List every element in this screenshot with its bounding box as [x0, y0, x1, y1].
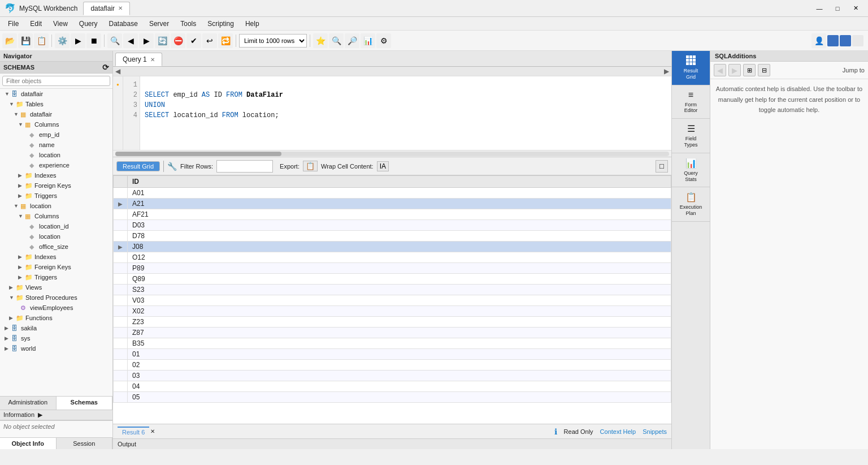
tree-item-location-col2[interactable]: ◆ location — [0, 231, 112, 242]
scroll-right-icon[interactable]: ▶ — [664, 67, 669, 75]
result-scroll[interactable]: ID A01▶A21AF21D03D78▶J08O12P89Q89S23V03X… — [113, 175, 671, 424]
table-row[interactable]: 05 — [114, 392, 671, 403]
table-row[interactable]: X02 — [114, 306, 671, 317]
editor-hscrollbar[interactable] — [113, 150, 671, 157]
export-csv-button[interactable]: 📋 — [303, 161, 318, 171]
forward-button[interactable]: ▶ — [728, 64, 741, 76]
result-tab-close[interactable]: ✕ — [150, 428, 155, 434]
filter-objects-input[interactable] — [2, 76, 110, 86]
tree-item-office-size[interactable]: ◆ office_size — [0, 242, 112, 252]
tree-item-views[interactable]: ▶ 📁 Views — [0, 282, 112, 292]
table-row[interactable]: ▶J08 — [114, 242, 671, 252]
autocommit-button[interactable]: 🔁 — [218, 33, 233, 48]
nav-tab-administration[interactable]: Administration — [0, 397, 57, 410]
tree-item-name[interactable]: ◆ name — [0, 140, 112, 150]
execute-button[interactable]: ▶ — [71, 33, 85, 48]
tree-item-indexes-1[interactable]: ▶ 📁 Indexes — [0, 170, 112, 180]
profile-button[interactable]: 👤 — [811, 33, 826, 48]
field-types-action[interactable]: ☰ FieldTypes — [672, 119, 710, 153]
tree-item-columns-2[interactable]: ▼ ▦ Columns — [0, 211, 112, 221]
filter-rows-input[interactable] — [216, 160, 273, 173]
minimize-button[interactable]: — — [811, 3, 827, 14]
limit-rows-select[interactable]: Limit to 1000 rows No limit Limit to 10 … — [239, 34, 307, 48]
menu-scripting[interactable]: Scripting — [202, 19, 240, 29]
tree-item-foreign-keys-2[interactable]: ▶ 📁 Foreign Keys — [0, 262, 112, 272]
stop-button[interactable]: ⏹ — [86, 33, 101, 48]
form-editor-action[interactable]: ≡ FormEditor — [672, 85, 710, 119]
tree-item-world[interactable]: ▶ 🗄 world — [0, 343, 112, 354]
tree-item-stored-procedures[interactable]: ▼ 📁 Stored Procedures — [0, 292, 112, 303]
next-button[interactable]: ▶ — [139, 33, 154, 48]
menu-server[interactable]: Server — [144, 19, 175, 29]
save-script-button[interactable]: 📋 — [34, 33, 49, 48]
bookmark-button[interactable]: ⭐ — [313, 33, 328, 48]
tree-item-sakila[interactable]: ▶ 🗄 sakila — [0, 323, 112, 333]
table-row[interactable]: D03 — [114, 220, 671, 231]
menu-file[interactable]: File — [2, 19, 24, 29]
tab-object-info[interactable]: Object Info — [0, 438, 57, 449]
tree-item-functions[interactable]: ▶ 📁 Functions — [0, 313, 112, 323]
layout3-button[interactable] — [852, 35, 863, 46]
tree-item-location-col1[interactable]: ◆ location — [0, 150, 112, 160]
tree-item-sys[interactable]: ▶ 🗄 sys — [0, 333, 112, 343]
maximize-button[interactable]: □ — [830, 3, 845, 14]
commit-button[interactable]: ✔ — [186, 33, 201, 48]
table-row[interactable]: V03 — [114, 295, 671, 306]
result-grid-tab[interactable]: Result Grid — [116, 161, 160, 171]
wrap-content-button[interactable]: IA — [377, 161, 389, 171]
menu-database[interactable]: Database — [103, 19, 144, 29]
nav-tab-schemas[interactable]: Schemas — [57, 397, 113, 410]
menu-query[interactable]: Query — [73, 19, 103, 29]
prev-button[interactable]: ◀ — [123, 33, 138, 48]
tree-item-foreign-keys-1[interactable]: ▶ 📁 Foreign Keys — [0, 180, 112, 191]
tree-item-location-id[interactable]: ◆ location_id — [0, 221, 112, 231]
stop2-button[interactable]: ⛔ — [171, 33, 185, 48]
open-button[interactable]: 📂 — [2, 33, 17, 48]
result-grid-action[interactable]: ResultGrid — [672, 51, 710, 85]
tree-item-indexes-2[interactable]: ▶ 📁 Indexes — [0, 252, 112, 262]
sql-code-area[interactable]: SELECT emp_id AS ID FROM DataFlair UNION… — [140, 76, 671, 150]
nav-btn-3[interactable]: ⊞ — [743, 64, 756, 76]
table-row[interactable]: B35 — [114, 338, 671, 349]
execution-plan-action[interactable]: 📋 ExecutionPlan — [672, 187, 710, 222]
tab-session[interactable]: Session — [57, 438, 113, 449]
tree-item-location-table[interactable]: ▼ ▦ location — [0, 201, 112, 211]
menu-view[interactable]: View — [47, 19, 73, 29]
query-tab-close-icon[interactable]: ✕ — [150, 57, 155, 63]
refresh-button[interactable]: 🔄 — [155, 33, 170, 48]
tree-item-tables[interactable]: ▼ 📁 Tables — [0, 99, 112, 109]
table-row[interactable]: A01 — [114, 188, 671, 199]
table-row[interactable]: Z23 — [114, 317, 671, 328]
tree-item-dataflair-table[interactable]: ▼ ▦ dataflair — [0, 109, 112, 119]
table-row[interactable]: 04 — [114, 381, 671, 392]
tree-item-view-employees[interactable]: ⚙ viewEmployees — [0, 303, 112, 313]
snippets-link[interactable]: Snippets — [643, 428, 667, 435]
tree-item-columns-1[interactable]: ▼ ▦ Columns — [0, 119, 112, 130]
table-row[interactable]: P89 — [114, 263, 671, 274]
table-row[interactable]: Z87 — [114, 328, 671, 338]
run-button[interactable]: ⚙️ — [55, 33, 70, 48]
table-row[interactable]: Q89 — [114, 274, 671, 285]
toggle-panel-button[interactable]: □ — [656, 160, 668, 173]
table-row[interactable]: 01 — [114, 349, 671, 360]
scroll-left-icon[interactable]: ◀ — [115, 67, 120, 75]
nav-btn-4[interactable]: ⊟ — [758, 64, 770, 76]
context-help-link[interactable]: Context Help — [600, 428, 636, 435]
menu-tools[interactable]: Tools — [175, 19, 202, 29]
schemas-refresh-icon[interactable]: ⟳ — [102, 63, 109, 72]
table-row[interactable]: ▶A21 — [114, 199, 671, 209]
config-button[interactable]: ⚙ — [376, 33, 391, 48]
tree-item-experience[interactable]: ◆ experience — [0, 160, 112, 170]
table-row[interactable]: D78 — [114, 231, 671, 242]
search-button[interactable]: 🔍 — [329, 33, 344, 48]
explain-button[interactable]: 🔍 — [107, 33, 122, 48]
close-button[interactable]: ✕ — [848, 3, 863, 14]
menu-help[interactable]: Help — [240, 19, 265, 29]
tree-item-triggers-2[interactable]: ▶ 📁 Triggers — [0, 272, 112, 282]
main-tab[interactable]: dataflair ✕ — [83, 2, 130, 15]
table-row[interactable]: 02 — [114, 360, 671, 371]
save-button[interactable]: 💾 — [18, 33, 33, 48]
table-row[interactable]: AF21 — [114, 209, 671, 220]
layout1-button[interactable] — [827, 35, 839, 46]
table-row[interactable]: O12 — [114, 252, 671, 263]
